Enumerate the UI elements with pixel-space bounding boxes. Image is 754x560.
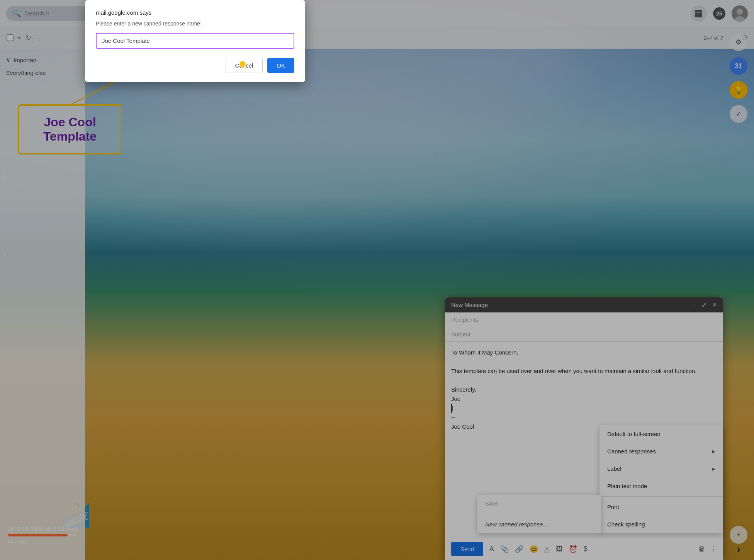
- canned-response-name-input[interactable]: [96, 33, 294, 49]
- dialog-overlay: [0, 0, 754, 560]
- yellow-dot-indicator: [239, 61, 246, 67]
- dialog-site-text: mail.google.com says: [96, 9, 294, 16]
- dialog-ok-button[interactable]: OK: [267, 58, 294, 73]
- canned-response-dialog: mail.google.com says Please enter a new …: [85, 0, 305, 82]
- dialog-prompt-text: Please enter a new canned response name:: [96, 20, 294, 27]
- dialog-buttons: Cancel OK: [96, 58, 294, 73]
